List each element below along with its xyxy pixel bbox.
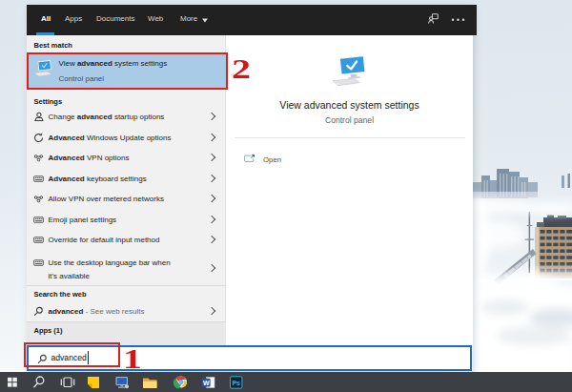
svg-text:Ps: Ps (232, 380, 240, 386)
svg-text:W: W (203, 380, 210, 386)
